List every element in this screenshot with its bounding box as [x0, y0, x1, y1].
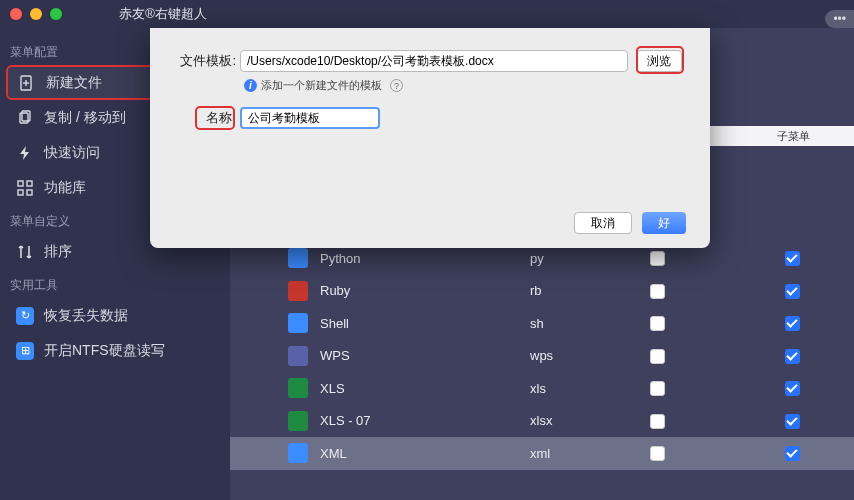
file-type-name: WPS [320, 348, 530, 363]
table-row[interactable]: XLS - 07xlsx [230, 405, 854, 438]
file-type-name: Python [320, 251, 530, 266]
template-path-input[interactable] [240, 50, 628, 72]
file-type-icon [288, 443, 308, 463]
ok-button[interactable]: 好 [642, 212, 686, 234]
checkbox-col1[interactable] [650, 284, 665, 299]
titlebar: 赤友®右键超人 ••• [0, 0, 854, 28]
section-util-tools: 实用工具 [6, 269, 224, 298]
checkbox-submenu[interactable] [785, 446, 800, 461]
new-file-icon [18, 74, 36, 92]
copy-icon [16, 109, 34, 127]
checkbox-col1[interactable] [650, 414, 665, 429]
file-type-icon [288, 248, 308, 268]
file-ext: sh [530, 316, 650, 331]
col-submenu: 子菜单 [777, 129, 810, 144]
lightning-icon [16, 144, 34, 162]
table-row[interactable]: XMLxml [230, 437, 854, 470]
file-type-icon [288, 378, 308, 398]
file-ext: rb [530, 283, 650, 298]
ntfs-icon: ⊞ [16, 342, 34, 360]
sort-icon [16, 243, 34, 261]
checkbox-col1[interactable] [650, 381, 665, 396]
table-row[interactable]: XLSxls [230, 372, 854, 405]
sidebar-item-label: 开启NTFS硬盘读写 [44, 342, 165, 360]
checkbox-col1[interactable] [650, 349, 665, 364]
name-input[interactable] [240, 107, 380, 129]
sidebar-item-recover[interactable]: ↻ 恢复丢失数据 [6, 298, 224, 333]
file-type-icon [288, 411, 308, 431]
file-type-name: XML [320, 446, 530, 461]
template-label: 文件模板: [178, 52, 240, 70]
checkbox-submenu[interactable] [785, 381, 800, 396]
sidebar-item-ntfs[interactable]: ⊞ 开启NTFS硬盘读写 [6, 333, 224, 368]
sidebar-item-label: 复制 / 移动到 [44, 109, 126, 127]
table-row[interactable]: WPSwps [230, 340, 854, 373]
checkbox-submenu[interactable] [785, 349, 800, 364]
template-hint: i 添加一个新建文件的模板 ? [244, 78, 682, 93]
sidebar-item-label: 排序 [44, 243, 72, 261]
browse-button[interactable]: 浏览 [636, 50, 682, 72]
info-icon: i [244, 79, 257, 92]
sidebar-item-label: 功能库 [44, 179, 86, 197]
checkbox-col1[interactable] [650, 316, 665, 331]
file-ext: xls [530, 381, 650, 396]
grid-icon [16, 179, 34, 197]
sidebar-item-label: 新建文件 [46, 74, 102, 92]
svg-rect-7 [18, 190, 23, 195]
file-ext: wps [530, 348, 650, 363]
file-ext: py [530, 251, 650, 266]
file-type-icon [288, 313, 308, 333]
file-type-name: XLS - 07 [320, 413, 530, 428]
checkbox-col1[interactable] [650, 251, 665, 266]
checkbox-submenu[interactable] [785, 284, 800, 299]
file-type-name: Shell [320, 316, 530, 331]
svg-rect-8 [27, 190, 32, 195]
file-type-name: XLS [320, 381, 530, 396]
sidebar-item-label: 恢复丢失数据 [44, 307, 128, 325]
file-ext: xml [530, 446, 650, 461]
name-label: 名称: [178, 109, 240, 127]
table-row[interactable]: Rubyrb [230, 275, 854, 308]
cancel-button[interactable]: 取消 [574, 212, 632, 234]
file-type-icon [288, 281, 308, 301]
recover-icon: ↻ [16, 307, 34, 325]
checkbox-submenu[interactable] [785, 316, 800, 331]
overflow-menu-icon[interactable]: ••• [825, 10, 854, 28]
table-row[interactable]: Shellsh [230, 307, 854, 340]
checkbox-submenu[interactable] [785, 414, 800, 429]
app-title: 赤友®右键超人 [0, 5, 554, 23]
file-type-name: Ruby [320, 283, 530, 298]
svg-rect-5 [18, 181, 23, 186]
svg-rect-6 [27, 181, 32, 186]
checkbox-col1[interactable] [650, 446, 665, 461]
help-icon[interactable]: ? [390, 79, 403, 92]
sidebar-item-label: 快速访问 [44, 144, 100, 162]
file-type-list: PythonpyRubyrbShellshWPSwpsXLSxlsXLS - 0… [230, 242, 854, 470]
checkbox-submenu[interactable] [785, 251, 800, 266]
add-template-dialog: 文件模板: 浏览 i 添加一个新建文件的模板 ? 名称: 取消 好 [150, 28, 710, 248]
file-ext: xlsx [530, 413, 650, 428]
file-type-icon [288, 346, 308, 366]
